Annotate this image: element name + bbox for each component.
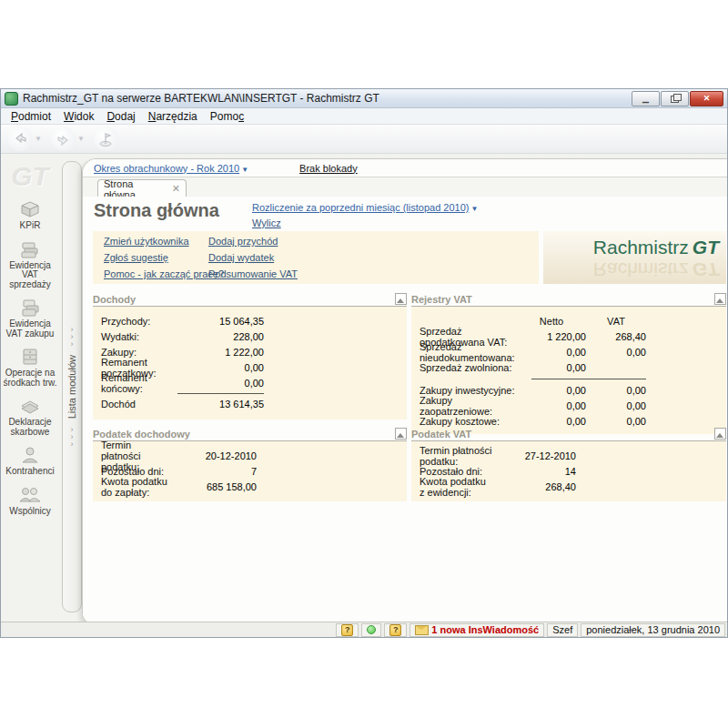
total-divider: [177, 393, 264, 394]
current-user[interactable]: Szef: [547, 623, 578, 637]
quick-links-box: Zmień użytkownika Zgłoś sugestię Pomoc -…: [93, 231, 539, 284]
section-podatek-vat: Podatek VAT Termin płatności podatku:27-…: [411, 426, 726, 501]
brand-logo: RachmistrzGT: [593, 237, 719, 258]
menu-podmiot[interactable]: Podmiot: [5, 110, 57, 123]
data-row: Kwota podatku z ewidencji:268,40: [411, 479, 726, 494]
data-row: Remanent końcowy:0,00: [93, 375, 407, 390]
module-list-strip[interactable]: ››› Lista modułów ›››: [62, 161, 82, 612]
sidebar-item-ewidencja-vat-zakupu[interactable]: Ewidencja VAT zakupu: [1, 296, 59, 339]
chevron-down-icons: ›››: [71, 326, 74, 348]
section-title: Rejestry VAT: [411, 294, 472, 305]
documents-icon: [17, 394, 43, 418]
cabinet-icon: [17, 345, 43, 369]
new-message-text: 1 nowa InsWiadomość: [431, 624, 539, 635]
sidebar-item-label: Operacje na środkach trw.: [1, 369, 59, 388]
sidebar-item-kontrahenci[interactable]: Kontrahenci: [1, 443, 59, 477]
page-title: Strona główna: [94, 200, 219, 221]
title-bar[interactable]: Rachmistrz_GT na serwerze BARTEKWLAN\INS…: [1, 89, 727, 108]
module-sidebar: GT KPiR Ewidencja VAT sprzedaży Ewidencj…: [1, 154, 59, 623]
forward-arrow-icon: [56, 132, 70, 147]
chevron-down-icons: ›››: [71, 426, 74, 448]
status-bar: ? ? 1 nowa InsWiadomość Szef poniedziałe…: [1, 622, 727, 637]
close-button[interactable]: ✕: [690, 91, 723, 106]
forward-dropdown-icon[interactable]: ▼: [77, 135, 85, 143]
flag-button[interactable]: [94, 126, 118, 151]
question-icon: ?: [341, 624, 353, 636]
add-expense-link[interactable]: Dodaj wydatek: [208, 252, 298, 263]
sidebar-item-deklaracje-skarbowe[interactable]: Deklaracje skarbowe: [1, 394, 59, 437]
back-arrow-icon: [14, 132, 28, 147]
section-title: Dochody: [93, 294, 136, 305]
menu-pomoc[interactable]: Pomoc: [204, 110, 250, 123]
change-user-link[interactable]: Zmień użytkownika: [104, 236, 224, 247]
flag-icon: [97, 131, 114, 147]
toolbar: ▼ ▼: [1, 125, 727, 154]
person-icon: [17, 443, 43, 467]
question-icon: ?: [389, 624, 401, 636]
accounting-period-link[interactable]: Okres obrachunkowy - Rok 2010▼: [94, 163, 248, 174]
restore-button[interactable]: [661, 91, 689, 106]
main-panel: Okres obrachunkowy - Rok 2010▼ Brak blok…: [82, 158, 727, 625]
back-dropdown-icon[interactable]: ▼: [35, 135, 42, 143]
current-date[interactable]: poniedziałek, 13 grudnia 2010: [581, 623, 725, 637]
menu-narzedzia[interactable]: Narzędzia: [142, 110, 204, 123]
minimize-button[interactable]: ▁: [632, 91, 660, 106]
books-stack-icon: [17, 238, 43, 261]
section-dochody: Dochody Przychody:15 064,35 Wydatki:228,…: [93, 291, 407, 420]
back-button[interactable]: ▼: [8, 126, 42, 151]
data-row: Wydatki:228,00: [93, 329, 407, 344]
restore-icon: [671, 96, 679, 103]
sidebar-item-ewidencja-vat-sprzedazy[interactable]: Ewidencja VAT sprzedaży: [1, 238, 59, 290]
app-window: Rachmistrz_GT na serwerze BARTEKWLAN\INS…: [0, 88, 728, 638]
open-module-icon[interactable]: [714, 293, 726, 305]
sidebar-item-label: Wspólnicy: [9, 507, 51, 517]
section-rejestry-vat: Rejestry VAT NettoVAT Sprzedaż opodatkow…: [411, 291, 726, 434]
data-row: Termin płatności podatku:27-12-2010: [411, 448, 726, 463]
tab-strona-glowna[interactable]: Strona główna ✕: [97, 179, 187, 197]
help-status-button-2[interactable]: ?: [384, 623, 407, 637]
settlement-link[interactable]: Rozliczenie za poprzedni miesiąc (listop…: [252, 202, 478, 213]
help-status-button[interactable]: ?: [336, 623, 359, 637]
section-podatek-dochodowy: Podatek dochodowy Termin płatności podat…: [93, 426, 407, 501]
lock-status-link[interactable]: Brak blokady: [299, 163, 358, 174]
vat-summary-link[interactable]: Podsumowanie VAT: [208, 268, 298, 279]
sidebar-item-kpir[interactable]: KPiR: [1, 197, 59, 231]
window-title: Rachmistrz_GT na serwerze BARTEKWLAN\INS…: [23, 92, 379, 105]
book-icon: [17, 197, 43, 221]
calculate-link[interactable]: Wylicz: [252, 217, 281, 228]
data-row: Termin płatności podatku:20-12-2010: [93, 448, 407, 463]
module-list-strip-label: Lista modułów: [66, 355, 77, 419]
message-notification[interactable]: 1 nowa InsWiadomość: [410, 623, 544, 637]
sidebar-item-label: Ewidencja VAT sprzedaży: [1, 261, 59, 290]
open-module-icon[interactable]: [395, 293, 407, 305]
forward-button[interactable]: ▼: [51, 126, 85, 151]
period-bar: Okres obrachunkowy - Rok 2010▼ Brak blok…: [83, 159, 727, 177]
menu-bar: Podmiot Widok Dodaj Narzędzia Pomoc: [1, 108, 727, 125]
help-link[interactable]: Pomoc - jak zacząć pracę?: [104, 268, 224, 279]
open-module-icon[interactable]: [395, 428, 407, 440]
add-income-link[interactable]: Dodaj przychód: [208, 236, 298, 247]
menu-widok[interactable]: Widok: [57, 110, 100, 123]
connection-status[interactable]: [361, 623, 381, 637]
chevron-down-icon: ▼: [241, 166, 248, 174]
sidebar-item-operacje-srodki-trwale[interactable]: Operacje na środkach trw.: [1, 345, 59, 388]
books-stack-icon: [17, 296, 43, 319]
people-icon: [17, 483, 43, 507]
open-module-icon[interactable]: [714, 428, 726, 440]
sidebar-item-label: Deklaracje skarbowe: [1, 418, 59, 437]
menu-dodaj[interactable]: Dodaj: [100, 110, 141, 123]
data-row: Zakupy zaopatrzeniowe:0,000,00: [411, 398, 726, 413]
chevron-down-icon: ▼: [470, 205, 478, 213]
sidebar-item-wspolnicy[interactable]: Wspólnicy: [1, 483, 59, 517]
data-row: Sprzedaż zwolniona:0,00: [411, 359, 726, 375]
tab-row: Strona główna ✕: [83, 177, 727, 197]
tab-close-icon[interactable]: ✕: [172, 184, 180, 194]
brand-logo-reflection: RachmistrzGT: [593, 258, 719, 280]
green-status-icon: [367, 625, 376, 634]
gt-watermark: GT: [11, 161, 49, 192]
data-row: Sprzedaż nieudokumentowana:0,000,00: [411, 344, 726, 359]
home-content: Strona główna Rozliczenie za poprzedni m…: [83, 197, 727, 624]
suggestion-link[interactable]: Zgłoś sugestię: [104, 252, 224, 263]
total-row: Dochód13 614,35: [93, 396, 407, 411]
group-divider: [531, 379, 646, 379]
